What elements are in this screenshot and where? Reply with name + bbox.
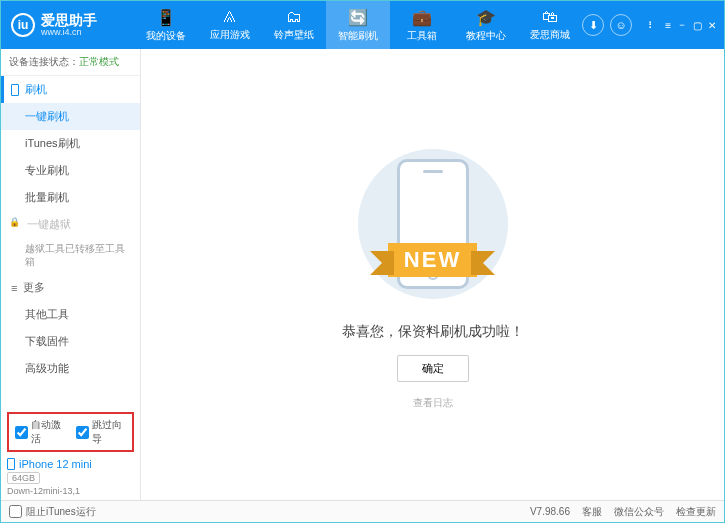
sidebar-section-jailbreak: 一键越狱 xyxy=(1,211,140,238)
statusbar: 阻止iTunes运行 V7.98.66 客服 微信公众号 检查更新 xyxy=(1,500,724,522)
version-label: V7.98.66 xyxy=(530,506,570,517)
nav-icon: 🎓 xyxy=(476,8,496,27)
device-storage: 64GB xyxy=(7,472,40,484)
sidebar-item[interactable]: 一键刷机 xyxy=(1,103,140,130)
menu-icon[interactable]: ⠇ xyxy=(648,20,659,31)
sidebar-item[interactable]: 批量刷机 xyxy=(1,184,140,211)
new-ribbon: NEW xyxy=(388,243,477,277)
titlebar: iu 爱思助手 www.i4.cn 📱我的设备⩓应用游戏🗂铃声壁纸🔄智能刷机💼工… xyxy=(1,1,724,49)
skip-guide-checkbox[interactable]: 跳过向导 xyxy=(76,418,127,446)
device-name: iPhone 12 mini xyxy=(19,458,92,470)
app-name: 爱思助手 xyxy=(41,13,97,27)
status-value: 正常模式 xyxy=(79,56,119,67)
jailbreak-label: 一键越狱 xyxy=(27,217,71,232)
logo-area: iu 爱思助手 www.i4.cn xyxy=(1,13,134,37)
nav-icon: 🛍 xyxy=(542,8,558,26)
nav-tab-5[interactable]: 🎓教程中心 xyxy=(454,1,518,49)
sidebar-item[interactable]: 专业刷机 xyxy=(1,157,140,184)
service-link[interactable]: 客服 xyxy=(582,505,602,519)
device-status: 设备连接状态：正常模式 xyxy=(1,49,140,76)
sidebar-item[interactable]: 下载固件 xyxy=(1,328,140,355)
main-panel: NEW 恭喜您，保资料刷机成功啦！ 确定 查看日志 xyxy=(141,49,724,500)
header-right-icons: ⬇ ☺ xyxy=(582,14,640,36)
nav-tab-0[interactable]: 📱我的设备 xyxy=(134,1,198,49)
wechat-link[interactable]: 微信公众号 xyxy=(614,505,664,519)
nav-label: 工具箱 xyxy=(407,29,437,43)
section-flash-label: 刷机 xyxy=(25,82,47,97)
app-url: www.i4.cn xyxy=(41,27,97,37)
lock-icon xyxy=(11,220,21,230)
nav-tab-1[interactable]: ⩓应用游戏 xyxy=(198,1,262,49)
nav-label: 智能刷机 xyxy=(338,29,378,43)
nav-tab-2[interactable]: 🗂铃声壁纸 xyxy=(262,1,326,49)
sidebar-section-flash[interactable]: 刷机 xyxy=(1,76,140,103)
window-controls: ⠇ ≡ － ▢ ✕ xyxy=(640,18,724,32)
nav-tab-6[interactable]: 🛍爱思商城 xyxy=(518,1,582,49)
jailbreak-note: 越狱工具已转移至工具箱 xyxy=(1,238,140,274)
view-log-link[interactable]: 查看日志 xyxy=(413,396,453,410)
close-icon[interactable]: ✕ xyxy=(708,20,716,31)
section-more-label: 更多 xyxy=(23,280,45,295)
download-icon[interactable]: ⬇ xyxy=(582,14,604,36)
nav-icon: 🔄 xyxy=(348,8,368,27)
sidebar-item[interactable]: 高级功能 xyxy=(1,355,140,382)
options-highlight-box: 自动激活 跳过向导 xyxy=(7,412,134,452)
nav-tab-3[interactable]: 🔄智能刷机 xyxy=(326,1,390,49)
success-illustration: NEW xyxy=(348,139,518,309)
logo-icon: iu xyxy=(11,13,35,37)
nav-label: 铃声壁纸 xyxy=(274,28,314,42)
nav-icon: 💼 xyxy=(412,8,432,27)
nav-label: 教程中心 xyxy=(466,29,506,43)
success-message: 恭喜您，保资料刷机成功啦！ xyxy=(342,323,524,341)
nav-label: 爱思商城 xyxy=(530,28,570,42)
nav-label: 应用游戏 xyxy=(210,28,250,42)
maximize-icon[interactable]: ▢ xyxy=(693,20,702,31)
block-itunes-checkbox[interactable]: 阻止iTunes运行 xyxy=(9,505,96,519)
sidebar-section-more[interactable]: ≡ 更多 xyxy=(1,274,140,301)
nav-label: 我的设备 xyxy=(146,29,186,43)
settings-icon[interactable]: ≡ xyxy=(665,20,671,31)
nav-icon: 📱 xyxy=(156,8,176,27)
nav-tabs: 📱我的设备⩓应用游戏🗂铃声壁纸🔄智能刷机💼工具箱🎓教程中心🛍爱思商城 xyxy=(134,1,582,49)
sidebar: 设备连接状态：正常模式 刷机 一键刷机iTunes刷机专业刷机批量刷机 一键越狱… xyxy=(1,49,141,500)
device-info[interactable]: iPhone 12 mini 64GB Down-12mini-13,1 xyxy=(7,458,134,496)
nav-icon: 🗂 xyxy=(286,8,302,26)
user-icon[interactable]: ☺ xyxy=(610,14,632,36)
phone-icon xyxy=(11,84,19,96)
device-sub: Down-12mini-13,1 xyxy=(7,486,134,496)
confirm-button[interactable]: 确定 xyxy=(397,355,469,382)
nav-tab-4[interactable]: 💼工具箱 xyxy=(390,1,454,49)
sidebar-item[interactable]: iTunes刷机 xyxy=(1,130,140,157)
more-icon: ≡ xyxy=(11,282,17,294)
update-link[interactable]: 检查更新 xyxy=(676,505,716,519)
auto-activate-checkbox[interactable]: 自动激活 xyxy=(15,418,66,446)
nav-icon: ⩓ xyxy=(222,8,238,26)
status-label: 设备连接状态： xyxy=(9,56,79,67)
minimize-icon[interactable]: － xyxy=(677,18,687,32)
sidebar-item[interactable]: 其他工具 xyxy=(1,301,140,328)
device-phone-icon xyxy=(7,458,15,470)
